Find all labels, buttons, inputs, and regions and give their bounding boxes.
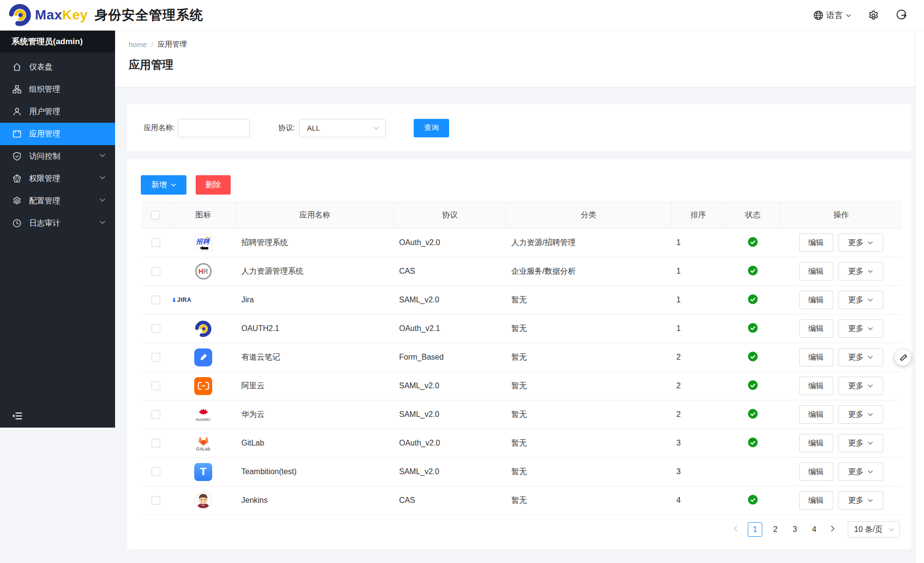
status-empty <box>725 458 780 486</box>
logout-button[interactable] <box>896 10 907 21</box>
chevron-down-icon <box>868 384 873 388</box>
more-button[interactable]: 更多 <box>838 291 883 309</box>
edit-button[interactable]: 编辑 <box>799 319 833 338</box>
sidebar-item-permissions[interactable]: 权限管理 <box>0 167 115 190</box>
org-icon <box>12 84 22 94</box>
sidebar-item-access-control[interactable]: 访问控制 <box>0 145 115 167</box>
sidebar-item-organizations[interactable]: 组织管理 <box>0 78 115 100</box>
app-protocol: SAML_v2.0 <box>394 372 506 400</box>
table-row: 有道云笔记 Form_Based 暂无 2 编辑更多 <box>141 343 902 372</box>
status-enabled-icon <box>748 323 758 333</box>
app-sort: 4 <box>671 486 725 515</box>
app-sort: 1 <box>671 229 725 257</box>
app-category: 人力资源/招聘管理 <box>506 229 671 257</box>
sidebar-item-audit-logs[interactable]: 日志审计 <box>0 212 115 234</box>
app-name-input[interactable] <box>178 119 250 137</box>
edit-button[interactable]: 编辑 <box>799 348 833 366</box>
protocol-selected-value: ALL <box>307 124 320 132</box>
status-enabled-icon <box>748 294 758 304</box>
row-checkbox[interactable] <box>151 410 160 419</box>
edit-button[interactable]: 编辑 <box>799 291 833 309</box>
language-selector[interactable]: 语言 <box>813 10 851 21</box>
add-button[interactable]: 新增 <box>141 175 186 195</box>
app-name: 华为云 <box>236 400 394 429</box>
row-checkbox[interactable] <box>151 353 160 362</box>
sidebar-collapse-button[interactable] <box>12 412 22 422</box>
row-checkbox[interactable] <box>151 467 160 476</box>
select-all-checkbox[interactable] <box>151 211 160 219</box>
sidebar-item-applications[interactable]: 应用管理 <box>0 123 115 145</box>
edit-button[interactable]: 编辑 <box>799 262 833 281</box>
sidebar-item-dashboard[interactable]: 仪表盘 <box>0 56 115 78</box>
language-label: 语言 <box>826 10 843 21</box>
header-protocol: 协议 <box>394 202 506 229</box>
chevron-down-icon <box>868 298 873 302</box>
pagination-page-4[interactable]: 4 <box>808 525 821 534</box>
app-name: GitLab <box>236 429 394 458</box>
app-category: 暂无 <box>506 458 671 486</box>
jenkins-icon <box>193 490 214 511</box>
page-size-select[interactable]: 10 条/页 <box>848 521 900 538</box>
edit-button[interactable]: 编辑 <box>799 233 833 252</box>
theme-settings-float-button[interactable] <box>895 349 911 365</box>
search-button[interactable]: 查询 <box>414 119 449 137</box>
more-button[interactable]: 更多 <box>838 319 883 338</box>
user-icon <box>12 107 22 116</box>
app-name: Teambition(test) <box>236 458 394 486</box>
status-enabled-icon <box>748 351 758 362</box>
more-button[interactable]: 更多 <box>838 463 883 481</box>
more-button-label: 更多 <box>848 467 864 477</box>
page-title: 应用管理 <box>129 57 915 72</box>
settings-button[interactable] <box>868 10 879 21</box>
sidebar-item-users[interactable]: 用户管理 <box>0 100 115 123</box>
app-protocol: Form_Based <box>394 343 506 372</box>
chevron-down-icon <box>373 126 379 130</box>
pagination-next-button[interactable] <box>827 525 838 534</box>
row-checkbox[interactable] <box>151 439 160 447</box>
row-checkbox[interactable] <box>151 238 160 247</box>
admin-label: 系统管理员(admin) <box>0 31 115 52</box>
product-title: 身份安全管理系统 <box>95 6 203 24</box>
pagination-page-1[interactable]: 1 <box>748 522 762 537</box>
chevron-down-icon <box>868 470 873 474</box>
edit-button[interactable]: 编辑 <box>799 463 833 481</box>
edit-button[interactable]: 编辑 <box>799 405 833 424</box>
edit-button[interactable]: 编辑 <box>799 434 833 452</box>
row-checkbox[interactable] <box>151 496 160 505</box>
delete-button[interactable]: 删除 <box>196 175 231 195</box>
edit-button[interactable]: 编辑 <box>799 491 833 510</box>
row-checkbox[interactable] <box>151 267 160 276</box>
more-button[interactable]: 更多 <box>838 491 883 510</box>
toolbar: 新增 删除 <box>141 175 900 195</box>
more-button[interactable]: 更多 <box>838 405 883 424</box>
more-button[interactable]: 更多 <box>838 434 883 452</box>
more-button[interactable]: 更多 <box>838 233 883 252</box>
breadcrumb-home-link[interactable]: home <box>129 40 147 49</box>
sidebar-item-configuration[interactable]: 配置管理 <box>0 190 115 212</box>
more-button[interactable]: 更多 <box>838 348 883 366</box>
hr-system-icon: HR <box>193 261 214 282</box>
row-checkbox[interactable] <box>151 324 160 333</box>
more-button[interactable]: 更多 <box>838 262 883 281</box>
status-enabled-icon <box>748 437 758 447</box>
gitlab-caption: GitLab <box>196 447 211 451</box>
app-icon <box>12 129 22 139</box>
scrollbar-track[interactable] <box>915 31 924 563</box>
table-row: HUAWEI 华为云 SAML_v2.0 暂无 2 编辑更多 <box>141 400 902 429</box>
recruitment-app-icon: 招聘●● <box>193 232 214 253</box>
protocol-select[interactable]: ALL <box>299 119 386 137</box>
pagination-page-2[interactable]: 2 <box>769 525 782 534</box>
globe-icon <box>813 10 823 20</box>
pagination-page-3[interactable]: 3 <box>789 525 801 534</box>
row-checkbox[interactable] <box>151 296 160 304</box>
home-icon <box>12 62 22 72</box>
page-size-value: 10 条/页 <box>854 525 883 535</box>
app-sort: 1 <box>671 315 725 343</box>
more-button-label: 更多 <box>848 295 864 305</box>
row-checkbox[interactable] <box>151 381 160 390</box>
status-enabled-icon <box>748 237 758 247</box>
pagination-prev-button[interactable] <box>730 525 741 534</box>
more-button[interactable]: 更多 <box>838 377 883 395</box>
edit-button[interactable]: 编辑 <box>799 377 833 395</box>
sidebar-item-label: 日志审计 <box>29 218 60 229</box>
